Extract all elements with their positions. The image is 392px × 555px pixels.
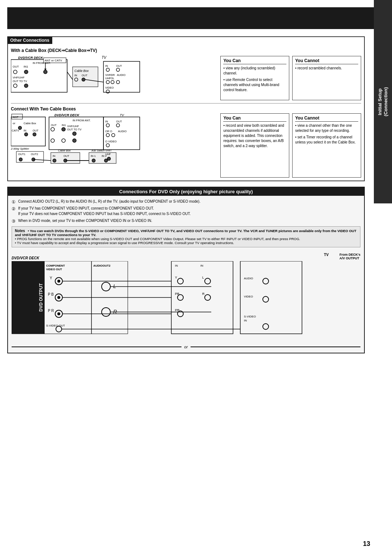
- or-text: or: [181, 345, 191, 349]
- you-can-item-1-1: use Remote Control to select channels wi…: [223, 77, 286, 93]
- two-cable-diagram: DVD/VCR DECK IN FROM ANT. OUT IN1 VHF/UH…: [11, 113, 217, 178]
- svg-text:OR O: OR O: [105, 130, 112, 133]
- svg-text:CATV: CATV: [12, 129, 19, 132]
- svg-text:OUT: OUT: [82, 74, 87, 77]
- svg-point-51: [73, 139, 76, 142]
- svg-text:L: L: [113, 283, 116, 289]
- top-banner: [7, 7, 385, 29]
- svg-point-34: [117, 81, 120, 84]
- svg-point-10: [13, 84, 17, 88]
- svg-text:VIDEO OUT: VIDEO OUT: [46, 268, 62, 271]
- svg-line-97: [33, 159, 51, 161]
- notes-item-1: • PROG functions on the remote are not a…: [15, 237, 300, 241]
- svg-rect-127: [171, 261, 233, 334]
- svg-text:OUT TO TV: OUT TO TV: [67, 128, 81, 131]
- svg-text:IN 1: IN 1: [91, 154, 96, 158]
- you-cannot-item-2-0: view a channel other than the one select…: [295, 123, 358, 133]
- svg-text:UHF: UHF: [105, 153, 111, 156]
- page-container: Initial Setup (Connection) Other Connect…: [0, 0, 392, 555]
- dvd-step-2: ② If your TV has COMPONENT VIDEO INPUT, …: [12, 206, 360, 216]
- svg-text:AUDIOOUT2: AUDIOOUT2: [93, 264, 111, 267]
- svg-text:AUDIO: AUDIO: [244, 277, 253, 280]
- svg-text:A/B Switch: A/B Switch: [91, 149, 105, 152]
- svg-point-50: [62, 139, 65, 142]
- svg-point-7: [24, 70, 28, 74]
- svg-point-95: [107, 157, 111, 161]
- svg-point-86: [117, 124, 120, 127]
- svg-text:AUDIO: AUDIO: [118, 130, 127, 133]
- svg-text:IN: IN: [200, 264, 203, 267]
- svg-text:ANT: ANT: [13, 116, 19, 119]
- svg-point-33: [111, 81, 114, 84]
- you-can-box-1: You Can view any (including scrambled) c…: [220, 56, 289, 100]
- svg-text:UHF: UHF: [105, 77, 111, 80]
- svg-text:COMPONENT: COMPONENT: [46, 264, 65, 267]
- you-can-item-2-0: record and view both scrambled and unscr…: [223, 123, 286, 149]
- svg-point-21: [82, 78, 85, 81]
- svg-text:IN: IN: [175, 264, 178, 267]
- svg-point-45: [62, 127, 65, 131]
- svg-text:OUT2: OUT2: [31, 153, 38, 156]
- you-cannot-item-1-0: record scrambled channels.: [295, 66, 358, 71]
- svg-text:or: or: [13, 122, 15, 125]
- av-output-label: A/V OUTPUT: [339, 256, 360, 260]
- other-connections-header: Other Connections: [7, 37, 52, 44]
- notes-item-0: • You can watch DVDs through the S-VIDEO…: [15, 229, 356, 237]
- svg-text:IN: IN: [74, 74, 77, 77]
- cable-box-title: With a Cable Box (DECK⇒Cable Box⇒TV): [11, 48, 361, 53]
- or-left-line: [12, 347, 181, 347]
- svg-text:DVD/VCR DECK: DVD/VCR DECK: [54, 113, 80, 117]
- top-diagram-area: DVD/VCR DECK ANT or CATV OUT IN1 VHF/UHF…: [11, 56, 361, 100]
- other-connections-section: Other Connections With a Cable Box (DECK…: [7, 36, 365, 181]
- svg-point-112: [57, 312, 60, 315]
- svg-point-133: [205, 278, 211, 284]
- svg-text:Cable Box: Cable Box: [58, 149, 71, 152]
- svg-point-60: [19, 126, 22, 130]
- dvd-step-1: ① Connect AUDIO OUT2 (L, R) to the AUDIO…: [12, 199, 360, 204]
- svg-point-67: [19, 158, 23, 161]
- you-cannot-list-1: record scrambled channels.: [295, 66, 358, 71]
- svg-text:S-VIDEO: S-VIDEO: [244, 315, 256, 318]
- svg-text:VIDEO: VIDEO: [105, 86, 114, 89]
- svg-text:OUT: OUT: [33, 129, 38, 132]
- top-cable-svg: DVD/VCR DECK ANT or CATV OUT IN1 VHF/UHF…: [11, 56, 142, 100]
- svg-point-131: [177, 278, 183, 284]
- you-can-item-1-0: view any (including scrambled) channel.: [223, 66, 286, 76]
- svg-point-142: [263, 278, 269, 284]
- svg-point-109: [57, 296, 60, 299]
- svg-text:VIDEO: VIDEO: [244, 295, 253, 298]
- svg-text:R: R: [202, 292, 205, 296]
- you-can-list-2: record and view both scrambled and unscr…: [223, 123, 286, 149]
- notes-item-2: • TV must have capability to accept and …: [15, 241, 234, 245]
- notes-label: Notes: [15, 229, 25, 233]
- svg-point-73: [53, 159, 56, 162]
- you-can-header-1: You Can: [223, 58, 286, 64]
- you-cannot-item-2-1: set a Timer recording of a channel unles…: [295, 135, 358, 145]
- svg-text:TV: TV: [120, 113, 124, 117]
- svg-text:IN FROM ANT.: IN FROM ANT.: [73, 119, 91, 122]
- svg-point-119: [102, 308, 110, 316]
- two-cable-title: Connect With Two Cable Boxes: [11, 106, 361, 112]
- svg-text:OUT TO TV: OUT TO TV: [13, 80, 27, 83]
- svg-text:IN: IN: [244, 319, 247, 322]
- section-divider: [11, 103, 361, 104]
- svg-point-85: [106, 124, 110, 127]
- svg-text:IN1: IN1: [62, 123, 66, 127]
- svg-text:P R: P R: [48, 309, 54, 313]
- svg-text:OUT: OUT: [13, 65, 19, 68]
- you-cannot-box-1: You Cannot record scrambled channels.: [292, 56, 361, 100]
- sidebar-label: Initial Setup (Connection): [377, 87, 388, 116]
- deck-label-bottom: DVD/VCR DECK: [12, 256, 39, 260]
- svg-text:Cable Box: Cable Box: [24, 122, 36, 125]
- svg-point-137: [205, 295, 211, 300]
- svg-line-37: [67, 72, 73, 80]
- svg-point-44: [51, 127, 54, 131]
- svg-point-147: [263, 324, 269, 329]
- two-cable-diagram-area: DVD/VCR DECK IN FROM ANT. OUT IN1 VHF/UH…: [11, 113, 361, 178]
- svg-text:Y: Y: [50, 276, 52, 280]
- main-content: Other Connections With a Cable Box (DECK…: [7, 36, 365, 353]
- tv-label-bottom: TV: [324, 253, 329, 260]
- svg-point-62: [33, 133, 36, 136]
- svg-text:OUT1: OUT1: [18, 153, 25, 156]
- you-cannot-header-2: You Cannot: [295, 116, 358, 122]
